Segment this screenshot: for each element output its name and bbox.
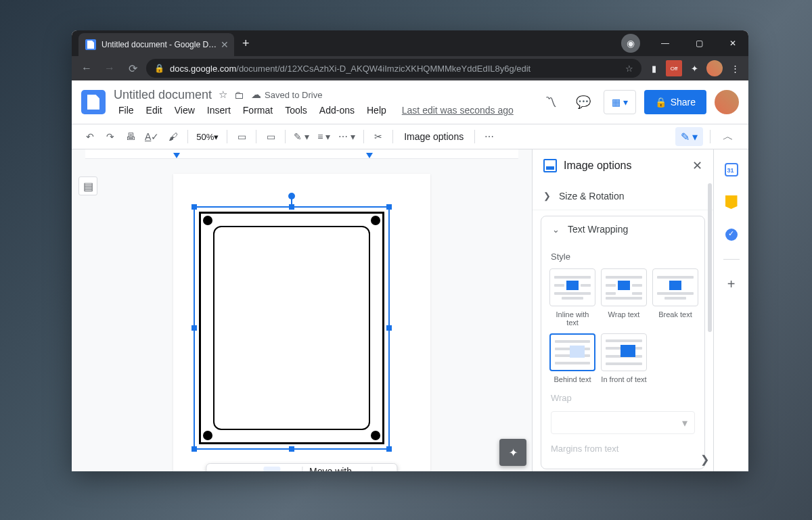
sidebar-scrollbar[interactable] — [708, 183, 712, 466]
calendar-rail-button[interactable] — [719, 158, 744, 182]
outline-toggle-button[interactable]: ▤ — [78, 176, 97, 195]
document-canvas[interactable]: ▤ — [72, 149, 532, 471]
move-icon[interactable]: 🗀 — [234, 89, 244, 101]
resize-handle-rm[interactable] — [386, 325, 392, 331]
share-button[interactable]: 🔒Share — [644, 90, 706, 114]
undo-button[interactable]: ↶ — [81, 128, 99, 145]
insert-menu[interactable]: Insert — [202, 103, 235, 117]
style-behind-button[interactable] — [549, 333, 595, 371]
style-break-button[interactable] — [652, 268, 698, 306]
image-toolbar-more-button[interactable]: ⋮ — [376, 467, 392, 471]
resize-handle-tm[interactable] — [289, 204, 294, 210]
close-tab-icon[interactable]: ✕ — [221, 39, 229, 50]
tasks-rail-button[interactable] — [719, 222, 744, 247]
format-menu[interactable]: Format — [238, 103, 277, 117]
wrap-text-button[interactable] — [229, 467, 245, 471]
text-wrapping-header[interactable]: ⌄ Text Wrapping — [541, 216, 704, 242]
extension-icon-2[interactable]: Off — [666, 60, 682, 76]
redo-button[interactable]: ↷ — [102, 128, 119, 145]
bookmark-star-icon[interactable]: ☆ — [625, 64, 633, 74]
border-weight-button[interactable]: ✎ ▾ — [291, 128, 312, 145]
selected-image[interactable] — [194, 206, 390, 450]
size-rotation-panel[interactable]: ❯ Size & Rotation — [533, 182, 713, 210]
image-options-sidebar: Image options ✕ ❯ Size & Rotation ⌄ Text… — [532, 149, 713, 471]
maximize-window-button[interactable]: ▢ — [683, 30, 715, 56]
explore-button[interactable]: ✦ — [499, 439, 526, 466]
resize-handle-tl[interactable] — [191, 204, 197, 210]
browser-tab[interactable]: Untitled document - Google Docs ✕ — [78, 33, 234, 56]
close-window-button[interactable]: ✕ — [717, 30, 748, 56]
star-icon[interactable]: ☆ — [219, 89, 227, 101]
file-menu[interactable]: File — [114, 103, 139, 117]
saved-to-drive-status[interactable]: Saved to Drive — [251, 89, 322, 101]
sidebar-expand-button[interactable]: ❯ — [700, 453, 709, 466]
resize-handle-br[interactable] — [386, 446, 392, 452]
close-sidebar-button[interactable]: ✕ — [692, 158, 702, 173]
chrome-menu-icon[interactable]: ⋮ — [727, 60, 743, 76]
style-inline-button[interactable] — [549, 268, 595, 306]
inline-wrap-button[interactable] — [210, 467, 227, 471]
back-button[interactable]: ← — [77, 59, 96, 78]
chrome-avatar[interactable] — [706, 60, 723, 76]
ruler-right-indent[interactable] — [366, 153, 373, 158]
address-bar[interactable]: 🔒 docs.google.com/document/d/12XCsAzhXi-… — [146, 59, 641, 78]
corner-dot-icon — [203, 216, 212, 225]
paint-format-button[interactable]: 🖌 — [164, 128, 182, 145]
help-menu[interactable]: Help — [362, 103, 391, 117]
ruler-left-indent[interactable] — [173, 153, 180, 158]
break-text-button[interactable] — [246, 467, 263, 471]
resize-handle-lm[interactable] — [191, 325, 197, 331]
behind-text-button[interactable] — [264, 467, 280, 471]
border-dash-button[interactable]: ≡ ▾ — [315, 128, 333, 145]
resize-handle-tr[interactable] — [386, 204, 392, 210]
crop-button[interactable]: ✂ — [369, 128, 387, 145]
tools-menu[interactable]: Tools — [280, 103, 312, 117]
horizontal-ruler[interactable] — [85, 149, 518, 159]
style-inline-label: Inline with text — [549, 310, 595, 327]
style-behind-label: Behind text — [554, 375, 591, 383]
view-menu[interactable]: View — [170, 103, 200, 117]
wrap-select[interactable]: ▾ — [551, 411, 695, 434]
resize-handle-bl[interactable] — [191, 446, 197, 452]
image-options-button[interactable]: Image options — [399, 131, 469, 142]
minimize-window-button[interactable]: — — [650, 30, 681, 56]
print-button[interactable]: 🖶 — [122, 128, 139, 145]
extension-icon-1[interactable]: ▮ — [646, 60, 662, 76]
chevron-down-icon: ⌄ — [552, 224, 560, 235]
keep-rail-button[interactable] — [719, 190, 744, 214]
forward-button[interactable]: → — [100, 59, 119, 78]
image-icon — [543, 159, 557, 172]
sidebar-body[interactable]: ❯ Size & Rotation ⌄ Text Wrapping Style — [533, 182, 713, 471]
add-addon-rail-button[interactable]: + — [719, 272, 744, 296]
move-with-text-select[interactable]: Move with text▾ — [302, 467, 372, 471]
spellcheck-button[interactable]: A✓ — [142, 128, 162, 145]
chevron-right-icon: ❯ — [543, 191, 551, 201]
new-tab-button[interactable]: + — [242, 37, 250, 51]
present-button[interactable]: ▦ ▾ — [604, 90, 636, 114]
image-border-inner — [213, 226, 370, 430]
incognito-icon[interactable]: ◉ — [621, 34, 640, 53]
document-title[interactable]: Untitled document — [114, 88, 212, 102]
collapse-toolbar-button[interactable]: ︿ — [717, 126, 739, 147]
activity-icon[interactable]: 〽 — [539, 90, 563, 114]
extensions-button[interactable]: ✦ — [686, 60, 702, 76]
style-front-button[interactable] — [601, 333, 647, 371]
comments-icon[interactable]: 💬 — [571, 90, 595, 114]
border-color-button[interactable]: ▭ — [262, 128, 279, 145]
last-edit-link[interactable]: Last edit was seconds ago — [402, 105, 514, 116]
replace-image-button[interactable]: ▭ — [233, 128, 250, 145]
zoom-select[interactable]: 50% ▾ — [194, 128, 221, 145]
refresh-button[interactable]: ⟳ — [123, 59, 142, 78]
docs-logo-icon[interactable] — [81, 90, 106, 114]
edit-menu[interactable]: Edit — [141, 103, 167, 117]
sidebar-header: Image options ✕ — [533, 149, 713, 182]
editing-mode-button[interactable]: ✎ ▾ — [675, 127, 703, 146]
rotate-handle[interactable] — [288, 193, 295, 199]
front-text-button[interactable] — [281, 467, 298, 471]
style-wrap-button[interactable] — [601, 268, 647, 306]
addons-menu[interactable]: Add-ons — [315, 103, 359, 117]
border-style-button[interactable]: ⋯ ▾ — [336, 128, 358, 145]
account-avatar[interactable] — [715, 90, 739, 114]
resize-handle-bm[interactable] — [289, 446, 294, 452]
more-button[interactable]: ⋯ — [480, 128, 498, 145]
